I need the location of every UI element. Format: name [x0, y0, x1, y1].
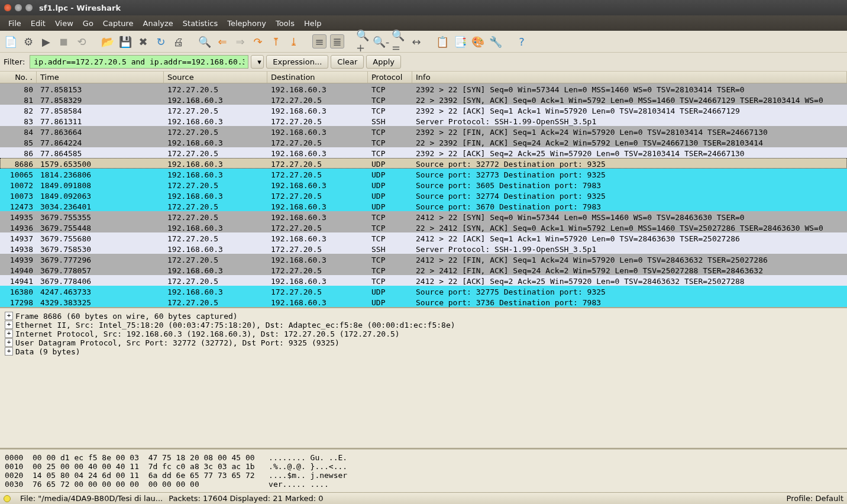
- go-to-packet-icon[interactable]: ↷: [251, 34, 265, 49]
- menu-telephony[interactable]: Telephony: [222, 17, 271, 30]
- display-filters-icon[interactable]: 📑: [453, 34, 467, 49]
- close-icon[interactable]: [4, 4, 12, 12]
- packet-row[interactable]: 149373679.755680172.27.20.5192.168.60.3T…: [0, 232, 847, 243]
- packet-row[interactable]: 149403679.778057192.168.60.3172.27.20.5T…: [0, 264, 847, 275]
- packet-row[interactable]: 8277.858584172.27.20.5192.168.60.3TCP239…: [0, 105, 847, 115]
- prefs-icon[interactable]: 🔧: [489, 34, 503, 49]
- go-first-icon[interactable]: ⤒: [269, 34, 283, 49]
- packet-list-header: No. . Time Source Destination Protocol I…: [0, 72, 847, 83]
- close-file-icon[interactable]: ✖: [136, 34, 150, 49]
- print-icon[interactable]: 🖨: [172, 34, 186, 49]
- col-header-source[interactable]: Source: [164, 72, 267, 83]
- menu-help[interactable]: Help: [299, 17, 326, 30]
- window-title: sf1.lpc - Wireshark: [39, 4, 121, 12]
- detail-node[interactable]: +User Datagram Protocol, Src Port: 32772…: [5, 338, 842, 347]
- window-titlebar: sf1.lpc - Wireshark: [0, 0, 847, 15]
- zoom-reset-icon[interactable]: 🔍=: [392, 34, 406, 49]
- reload-icon[interactable]: ↻: [154, 34, 168, 49]
- menu-statistics[interactable]: Statistics: [178, 17, 222, 30]
- expand-icon[interactable]: +: [5, 347, 13, 356]
- apply-button[interactable]: Apply: [366, 55, 401, 69]
- packet-row[interactable]: 149363679.755448192.168.60.3172.27.20.5T…: [0, 222, 847, 232]
- packet-row[interactable]: 8677.864585172.27.20.5192.168.60.3TCP239…: [0, 147, 847, 158]
- expand-icon[interactable]: +: [5, 329, 13, 338]
- packet-details-pane[interactable]: +Frame 8686 (60 bytes on wire, 60 bytes …: [0, 308, 847, 449]
- filter-input[interactable]: [30, 55, 248, 69]
- menu-go[interactable]: Go: [78, 17, 98, 30]
- packet-row[interactable]: 100721849.091808172.27.20.5192.168.60.3U…: [0, 179, 847, 190]
- status-file: File: "/media/4DA9-B80D/Tesi di lau...: [20, 494, 163, 503]
- packet-row[interactable]: 8377.861311192.168.60.3172.27.20.5SSHSer…: [0, 115, 847, 126]
- start-capture-icon[interactable]: ▶: [39, 34, 53, 49]
- packet-row[interactable]: 172984329.383325172.27.20.5192.168.60.3U…: [0, 296, 847, 307]
- packet-row[interactable]: 163804247.463733192.168.60.3172.27.20.5U…: [0, 286, 847, 296]
- expand-icon[interactable]: +: [5, 321, 13, 329]
- status-counts: Packets: 17604 Displayed: 21 Marked: 0: [169, 494, 323, 503]
- menu-edit[interactable]: Edit: [26, 17, 50, 30]
- col-header-destination[interactable]: Destination: [267, 72, 368, 83]
- go-back-icon[interactable]: ⇐: [215, 34, 229, 49]
- minimize-icon[interactable]: [14, 4, 22, 12]
- zoom-out-icon[interactable]: 🔍-: [374, 34, 388, 49]
- menu-capture[interactable]: Capture: [98, 17, 138, 30]
- colorize-icon[interactable]: ≡: [312, 34, 326, 49]
- filter-label: Filter:: [4, 57, 25, 66]
- packet-row[interactable]: 100651814.236806192.168.60.3172.27.20.5U…: [0, 169, 847, 179]
- save-icon[interactable]: 💾: [118, 34, 132, 49]
- capture-filters-icon[interactable]: 📋: [435, 34, 450, 49]
- col-header-no[interactable]: No. .: [0, 72, 37, 83]
- packet-row[interactable]: 8477.863664172.27.20.5192.168.60.3TCP239…: [0, 126, 847, 137]
- resize-cols-icon[interactable]: ↔: [409, 34, 424, 49]
- packet-row[interactable]: 100731849.092063192.168.60.3172.27.20.5U…: [0, 190, 847, 201]
- main-toolbar: 📄 ⚙ ▶ ⏹ ⟲ 📂 💾 ✖ ↻ 🖨 🔍 ⇐ ⇒ ↷ ⤒ ⤓ ≡ ≣ 🔍+ 🔍…: [0, 31, 847, 53]
- restart-capture-icon[interactable]: ⟲: [75, 34, 89, 49]
- find-icon[interactable]: 🔍: [198, 34, 212, 49]
- packet-row[interactable]: 8577.864224192.168.60.3172.27.20.5TCP22 …: [0, 137, 847, 147]
- detail-node[interactable]: +Data (9 bytes): [5, 347, 842, 356]
- packet-row[interactable]: 149413679.778406172.27.20.5192.168.60.3T…: [0, 275, 847, 286]
- col-header-info[interactable]: Info: [412, 72, 847, 83]
- expert-info-icon[interactable]: [4, 495, 11, 502]
- zoom-in-icon[interactable]: 🔍+: [356, 34, 370, 49]
- col-header-protocol[interactable]: Protocol: [368, 72, 412, 83]
- packet-row[interactable]: 8077.858153172.27.20.5192.168.60.3TCP239…: [0, 83, 847, 94]
- statusbar: File: "/media/4DA9-B80D/Tesi di lau... P…: [0, 492, 847, 504]
- filter-dropdown[interactable]: ▾: [251, 55, 264, 69]
- interfaces-icon[interactable]: 📄: [4, 34, 18, 49]
- packet-row[interactable]: 149353679.755355172.27.20.5192.168.60.3T…: [0, 211, 847, 222]
- expand-icon[interactable]: +: [5, 312, 13, 320]
- go-last-icon[interactable]: ⤓: [286, 34, 300, 49]
- autoscroll-icon[interactable]: ≣: [330, 34, 344, 49]
- packet-row[interactable]: 124733034.236401172.27.20.5192.168.60.3U…: [0, 201, 847, 211]
- menu-analyze[interactable]: Analyze: [138, 17, 178, 30]
- help-icon[interactable]: ?: [515, 34, 529, 49]
- packet-list-pane: No. . Time Source Destination Protocol I…: [0, 72, 847, 308]
- menubar: FileEditViewGoCaptureAnalyzeStatisticsTe…: [0, 15, 847, 31]
- detail-node[interactable]: +Frame 8686 (60 bytes on wire, 60 bytes …: [5, 312, 842, 321]
- menu-tools[interactable]: Tools: [271, 17, 299, 30]
- menu-view[interactable]: View: [50, 17, 78, 30]
- open-file-icon[interactable]: 📂: [101, 34, 115, 49]
- expand-icon[interactable]: +: [5, 338, 13, 347]
- packet-row[interactable]: 149393679.777296172.27.20.5192.168.60.3T…: [0, 254, 847, 264]
- packet-row[interactable]: 8177.858329192.168.60.3172.27.20.5TCP22 …: [0, 94, 847, 105]
- col-header-time[interactable]: Time: [37, 72, 164, 83]
- packet-row[interactable]: 149383679.758530192.168.60.3172.27.20.5S…: [0, 243, 847, 254]
- packet-row[interactable]: 86861579.653500192.168.60.3172.27.20.5UD…: [0, 158, 847, 169]
- menu-file[interactable]: File: [4, 17, 26, 30]
- coloring-rules-icon[interactable]: 🎨: [471, 34, 485, 49]
- go-forward-icon[interactable]: ⇒: [233, 34, 247, 49]
- detail-node[interactable]: +Internet Protocol, Src: 192.168.60.3 (1…: [5, 329, 842, 338]
- packet-bytes-pane[interactable]: 0000 00 00 d1 ec f5 8e 00 03 47 75 18 20…: [0, 449, 847, 492]
- stop-capture-icon[interactable]: ⏹: [57, 34, 71, 49]
- filter-toolbar: Filter: ▾ Expression... Clear Apply: [0, 53, 847, 72]
- expression-button[interactable]: Expression...: [266, 55, 328, 69]
- maximize-icon[interactable]: [25, 4, 33, 12]
- clear-button[interactable]: Clear: [331, 55, 364, 69]
- status-profile[interactable]: Profile: Default: [787, 494, 843, 503]
- detail-node[interactable]: +Ethernet II, Src: Intel_75:18:20 (00:03…: [5, 321, 842, 329]
- options-icon[interactable]: ⚙: [21, 34, 35, 49]
